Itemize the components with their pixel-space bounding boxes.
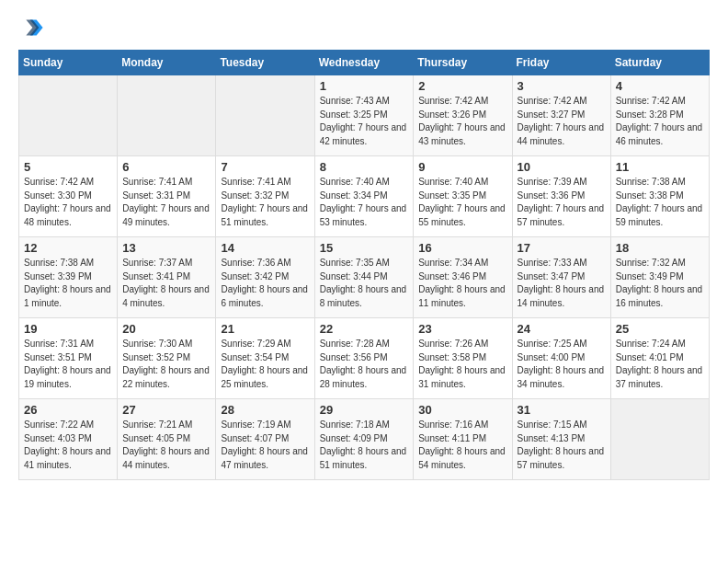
calendar-cell: 17Sunrise: 7:33 AM Sunset: 3:47 PM Dayli… [512,237,610,318]
day-number: 11 [616,160,704,174]
day-number: 28 [221,403,309,417]
calendar-cell: 31Sunrise: 7:15 AM Sunset: 4:13 PM Dayli… [512,399,610,480]
day-number: 6 [122,160,210,174]
day-number: 19 [24,322,112,336]
calendar-cell: 20Sunrise: 7:30 AM Sunset: 3:52 PM Dayli… [118,318,216,399]
day-info: Sunrise: 7:37 AM Sunset: 3:41 PM Dayligh… [122,257,210,310]
calendar-cell: 6Sunrise: 7:41 AM Sunset: 3:31 PM Daylig… [118,156,216,237]
calendar-cell: 19Sunrise: 7:31 AM Sunset: 3:51 PM Dayli… [19,318,118,399]
day-number: 10 [518,160,606,174]
day-info: Sunrise: 7:36 AM Sunset: 3:42 PM Dayligh… [221,257,309,310]
day-number: 25 [616,322,704,336]
calendar-cell: 9Sunrise: 7:40 AM Sunset: 3:35 PM Daylig… [414,156,512,237]
day-info: Sunrise: 7:32 AM Sunset: 3:49 PM Dayligh… [616,257,704,310]
header [18,15,710,40]
day-number: 21 [221,322,309,336]
calendar-cell [19,75,118,156]
day-number: 2 [418,79,506,93]
day-number: 8 [320,160,409,174]
day-number: 29 [320,403,409,417]
day-number: 12 [24,241,112,255]
day-info: Sunrise: 7:26 AM Sunset: 3:58 PM Dayligh… [418,338,506,391]
day-info: Sunrise: 7:35 AM Sunset: 3:44 PM Dayligh… [320,257,409,310]
day-info: Sunrise: 7:41 AM Sunset: 3:31 PM Dayligh… [122,176,210,229]
day-info: Sunrise: 7:42 AM Sunset: 3:27 PM Dayligh… [518,95,606,148]
day-info: Sunrise: 7:38 AM Sunset: 3:38 PM Dayligh… [616,176,704,229]
calendar-cell: 27Sunrise: 7:21 AM Sunset: 4:05 PM Dayli… [118,399,216,480]
calendar-cell: 26Sunrise: 7:22 AM Sunset: 4:03 PM Dayli… [19,399,118,480]
day-number: 1 [320,79,409,93]
day-number: 9 [418,160,506,174]
calendar-cell: 7Sunrise: 7:41 AM Sunset: 3:32 PM Daylig… [216,156,314,237]
logo [18,15,48,40]
calendar-cell [216,75,314,156]
calendar-cell: 3Sunrise: 7:42 AM Sunset: 3:27 PM Daylig… [512,75,610,156]
calendar-cell: 5Sunrise: 7:42 AM Sunset: 3:30 PM Daylig… [19,156,118,237]
day-info: Sunrise: 7:31 AM Sunset: 3:51 PM Dayligh… [24,338,112,391]
calendar-cell: 4Sunrise: 7:42 AM Sunset: 3:28 PM Daylig… [610,75,709,156]
calendar-cell: 23Sunrise: 7:26 AM Sunset: 3:58 PM Dayli… [414,318,512,399]
day-number: 4 [616,79,704,93]
day-info: Sunrise: 7:42 AM Sunset: 3:28 PM Dayligh… [616,95,704,148]
weekday-header-tuesday: Tuesday [216,51,314,75]
day-info: Sunrise: 7:41 AM Sunset: 3:32 PM Dayligh… [221,176,309,229]
day-info: Sunrise: 7:24 AM Sunset: 4:01 PM Dayligh… [616,338,704,391]
calendar-cell: 30Sunrise: 7:16 AM Sunset: 4:11 PM Dayli… [414,399,512,480]
weekday-header-wednesday: Wednesday [314,51,414,75]
week-row-2: 5Sunrise: 7:42 AM Sunset: 3:30 PM Daylig… [19,156,710,237]
calendar-cell: 28Sunrise: 7:19 AM Sunset: 4:07 PM Dayli… [216,399,314,480]
calendar-cell: 29Sunrise: 7:18 AM Sunset: 4:09 PM Dayli… [314,399,414,480]
day-number: 22 [320,322,409,336]
calendar-cell: 13Sunrise: 7:37 AM Sunset: 3:41 PM Dayli… [118,237,216,318]
day-number: 20 [122,322,210,336]
day-info: Sunrise: 7:15 AM Sunset: 4:13 PM Dayligh… [518,419,606,472]
calendar-cell: 2Sunrise: 7:42 AM Sunset: 3:26 PM Daylig… [414,75,512,156]
day-info: Sunrise: 7:18 AM Sunset: 4:09 PM Dayligh… [320,419,409,472]
day-number: 15 [320,241,409,255]
day-number: 3 [518,79,606,93]
day-info: Sunrise: 7:29 AM Sunset: 3:54 PM Dayligh… [221,338,309,391]
logo-icon [18,15,44,40]
day-number: 18 [616,241,704,255]
day-number: 14 [221,241,309,255]
calendar-cell: 25Sunrise: 7:24 AM Sunset: 4:01 PM Dayli… [610,318,709,399]
day-info: Sunrise: 7:21 AM Sunset: 4:05 PM Dayligh… [122,419,210,472]
calendar-cell [610,399,709,480]
day-info: Sunrise: 7:34 AM Sunset: 3:46 PM Dayligh… [418,257,506,310]
weekday-header-friday: Friday [512,51,610,75]
page: SundayMondayTuesdayWednesdayThursdayFrid… [0,0,728,563]
day-info: Sunrise: 7:39 AM Sunset: 3:36 PM Dayligh… [518,176,606,229]
calendar: SundayMondayTuesdayWednesdayThursdayFrid… [18,50,710,480]
calendar-cell: 16Sunrise: 7:34 AM Sunset: 3:46 PM Dayli… [414,237,512,318]
week-row-3: 12Sunrise: 7:38 AM Sunset: 3:39 PM Dayli… [19,237,710,318]
weekday-header-saturday: Saturday [610,51,709,75]
day-number: 17 [518,241,606,255]
calendar-cell: 1Sunrise: 7:43 AM Sunset: 3:25 PM Daylig… [314,75,414,156]
calendar-cell: 21Sunrise: 7:29 AM Sunset: 3:54 PM Dayli… [216,318,314,399]
day-info: Sunrise: 7:30 AM Sunset: 3:52 PM Dayligh… [122,338,210,391]
day-number: 5 [24,160,112,174]
day-info: Sunrise: 7:22 AM Sunset: 4:03 PM Dayligh… [24,419,112,472]
day-number: 30 [418,403,506,417]
calendar-cell: 22Sunrise: 7:28 AM Sunset: 3:56 PM Dayli… [314,318,414,399]
day-info: Sunrise: 7:38 AM Sunset: 3:39 PM Dayligh… [24,257,112,310]
day-info: Sunrise: 7:40 AM Sunset: 3:34 PM Dayligh… [320,176,409,229]
week-row-1: 1Sunrise: 7:43 AM Sunset: 3:25 PM Daylig… [19,75,710,156]
day-info: Sunrise: 7:42 AM Sunset: 3:30 PM Dayligh… [24,176,112,229]
calendar-cell: 11Sunrise: 7:38 AM Sunset: 3:38 PM Dayli… [610,156,709,237]
day-info: Sunrise: 7:43 AM Sunset: 3:25 PM Dayligh… [320,95,409,148]
day-number: 23 [418,322,506,336]
calendar-cell: 24Sunrise: 7:25 AM Sunset: 4:00 PM Dayli… [512,318,610,399]
week-row-5: 26Sunrise: 7:22 AM Sunset: 4:03 PM Dayli… [19,399,710,480]
day-info: Sunrise: 7:28 AM Sunset: 3:56 PM Dayligh… [320,338,409,391]
calendar-cell: 10Sunrise: 7:39 AM Sunset: 3:36 PM Dayli… [512,156,610,237]
day-number: 13 [122,241,210,255]
calendar-cell: 18Sunrise: 7:32 AM Sunset: 3:49 PM Dayli… [610,237,709,318]
calendar-cell: 12Sunrise: 7:38 AM Sunset: 3:39 PM Dayli… [19,237,118,318]
day-info: Sunrise: 7:40 AM Sunset: 3:35 PM Dayligh… [418,176,506,229]
weekday-header-monday: Monday [118,51,216,75]
day-info: Sunrise: 7:19 AM Sunset: 4:07 PM Dayligh… [221,419,309,472]
day-info: Sunrise: 7:42 AM Sunset: 3:26 PM Dayligh… [418,95,506,148]
day-number: 16 [418,241,506,255]
day-info: Sunrise: 7:16 AM Sunset: 4:11 PM Dayligh… [418,419,506,472]
